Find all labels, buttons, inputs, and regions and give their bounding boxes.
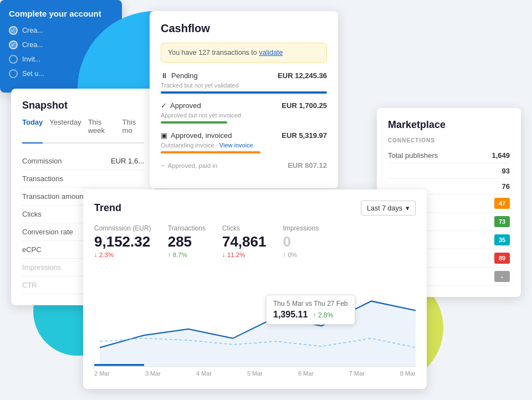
cashflow-approved-bar (161, 121, 227, 124)
cashflow-invoiced-amount: EUR 5,319.97 (282, 131, 327, 140)
cashflow-validate-link[interactable]: validate (259, 49, 283, 57)
cashflow-invoiced-sub: Outstanding invoice · View invoice (161, 142, 327, 148)
chart-date-labels: 2 Mar 3 Mar 4 Mar 5 Mar 6 Mar 7 Mar 8 Ma… (94, 370, 416, 377)
label-clicks: Clicks (22, 210, 42, 218)
value-commission: EUR 1,6... (111, 157, 144, 165)
cashflow-approved-title: ✓ Approved (161, 101, 201, 110)
marketplace-row-publishers: Total publishers 1,649 (388, 148, 510, 163)
trend-metrics: Commission (EUR) 9,152.32 ↓ 2.3% Transac… (94, 224, 416, 258)
check-icon-2: ✓ (9, 40, 18, 49)
cashflow-paid-amount: EUR 807.12 (288, 161, 327, 170)
badge-2: 73 (494, 216, 510, 227)
date-label-5: 6 Mar (298, 370, 314, 377)
clicks-value: 74,861 (222, 233, 267, 250)
invoiced-icon: ▣ (161, 131, 167, 140)
impressions-change: ↑ 0% (283, 252, 319, 258)
snapshot-title: Snapshot (22, 100, 144, 111)
date-label-2: 3 Mar (145, 370, 161, 377)
clicks-label: Clicks (222, 224, 267, 232)
circle-icon-3 (9, 55, 18, 64)
connections-label: CONNECTIONS (388, 137, 510, 143)
label-commission: Commission (22, 157, 62, 165)
snapshot-row-transactions: Transactions (22, 170, 144, 188)
badge-1: 47 (494, 198, 510, 209)
view-invoice-link[interactable]: View invoice (219, 142, 253, 148)
tooltip-change: ↑ 2.8% (313, 311, 334, 319)
trend-title: Trend (94, 202, 121, 214)
date-label-3: 4 Mar (196, 370, 212, 377)
tab-this-month[interactable]: This mo (122, 118, 144, 138)
chart-svg (94, 267, 416, 366)
cashflow-approved-invoiced: ▣ Approved, invoiced EUR 5,319.97 Outsta… (161, 131, 327, 153)
badge-3: 35 (494, 234, 510, 245)
approved-icon: ✓ (161, 101, 167, 110)
snapshot-row-commission: Commission EUR 1,6... (22, 152, 144, 170)
tab-yesterday[interactable]: Yesterday (49, 118, 81, 138)
date-label-4: 5 Mar (247, 370, 263, 377)
cashflow-invoiced-title: ▣ Approved, invoiced (161, 131, 232, 140)
cashflow-pending: ⏸ Pending EUR 12,245.36 Tracked but not … (161, 71, 327, 94)
badge-5: - (494, 271, 510, 282)
trend-period-dropdown[interactable]: Last 7 days ▾ (361, 201, 416, 216)
date-label-1: 2 Mar (94, 370, 110, 377)
impressions-value: 0 (283, 233, 319, 250)
metric-impressions: Impressions 0 ↑ 0% (283, 224, 319, 258)
tab-this-week[interactable]: This week (88, 118, 116, 138)
commission-change: ↓ 2.3% (94, 252, 151, 258)
chart-area-fill (100, 301, 416, 366)
dropdown-label: Last 7 days (367, 204, 402, 212)
impressions-label: Impressions (283, 224, 319, 232)
badge-4: 89 (494, 253, 510, 264)
marketplace-row-2: 93 (388, 163, 510, 179)
transactions-value: 285 (168, 233, 206, 250)
complete-label-2: Crea... (22, 41, 43, 49)
clicks-change: ↓ 11.2% (222, 252, 267, 258)
label-impressions: Impressions (22, 263, 61, 271)
cashflow-pending-title: ⏸ Pending (161, 71, 198, 80)
trend-card: Trend Last 7 days ▾ Commission (EUR) 9,1… (83, 189, 427, 389)
trend-chart: Thu 5 Mar vs Thu 27 Feb 1,395.11 ↑ 2.8% (94, 267, 416, 367)
trend-header: Trend Last 7 days ▾ (94, 201, 416, 216)
cashflow-approved-amount: EUR 1,700.25 (282, 101, 327, 110)
cashflow-alert: You have 127 transactions to validate (161, 43, 327, 63)
metric-commission: Commission (EUR) 9,152.32 ↓ 2.3% (94, 224, 151, 258)
label-transactions: Transactions (22, 175, 63, 183)
cashflow-paid-title: ~ Approved, paid in (161, 162, 217, 169)
tab-today[interactable]: Today (22, 118, 43, 143)
value-publishers: 1,649 (492, 151, 510, 160)
label-publishers: Total publishers (388, 151, 438, 160)
metric-transactions: Transactions 285 ↑ 8.7% (168, 224, 206, 258)
value-row3: 76 (502, 182, 510, 191)
cashflow-approved-sub: Approved but not yet invoiced (161, 112, 327, 119)
transactions-label: Transactions (168, 224, 206, 232)
cashflow-pending-amount: EUR 12,245.36 (278, 71, 327, 80)
marketplace-title: Marketplace (388, 119, 510, 131)
metric-clicks: Clicks 74,861 ↓ 11.2% (222, 224, 267, 258)
cashflow-paid: ~ Approved, paid in EUR 807.12 (161, 161, 327, 170)
commission-label: Commission (EUR) (94, 224, 151, 232)
complete-item-1: ✓ Crea... (9, 26, 113, 35)
value-row2: 93 (502, 167, 510, 175)
tooltip-value: 1,395.11 (273, 310, 308, 319)
commission-value: 9,152.32 (94, 233, 151, 250)
date-label-7: 8 Mar (400, 370, 416, 377)
cashflow-pending-bar (161, 91, 327, 94)
label-ctr: CTR (22, 281, 37, 289)
cashflow-approved: ✓ Approved EUR 1,700.25 Approved but not… (161, 101, 327, 124)
cashflow-pending-sub: Tracked but not yet validated (161, 82, 327, 89)
complete-title: Complete your account (9, 9, 113, 18)
date-label-6: 7 Mar (349, 370, 365, 377)
cashflow-card: Cashflow You have 127 transactions to va… (150, 11, 338, 188)
complete-label-1: Crea... (22, 27, 43, 34)
check-icon-1: ✓ (9, 26, 18, 35)
complete-label-3: Invit... (22, 55, 40, 63)
cashflow-alert-text: You have 127 transactions to (168, 49, 257, 57)
pending-icon: ⏸ (161, 71, 168, 80)
transactions-change: ↑ 8.7% (168, 252, 206, 258)
label-conversion-rate: Conversion rate (22, 228, 73, 236)
paid-icon: ~ (161, 162, 165, 169)
label-ecpc: eCPC (22, 245, 42, 254)
chevron-down-icon: ▾ (406, 204, 410, 212)
circle-icon-4 (9, 69, 18, 78)
cashflow-invoiced-bar (161, 151, 260, 153)
